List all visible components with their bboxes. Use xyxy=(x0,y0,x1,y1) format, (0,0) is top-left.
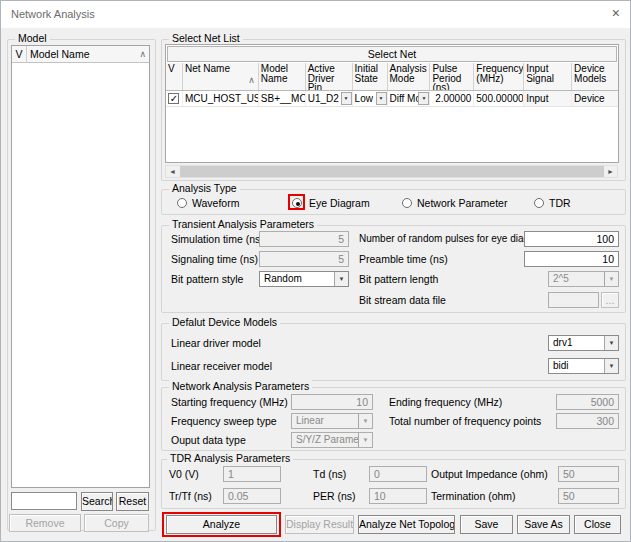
initial-state-cell[interactable]: Low ▼ xyxy=(353,91,388,106)
net-table-row[interactable]: ✓ MCU_HOST_USB+ SB+__MCU U1_D2 ▼ Low ▼ D… xyxy=(166,91,618,107)
device-models-cell[interactable]: Device xyxy=(572,91,618,106)
bit-stream-field xyxy=(548,292,599,308)
select-net-list-label: Select Net List xyxy=(169,32,243,44)
td-field: 0 xyxy=(369,466,427,482)
scrollbar-thumb[interactable] xyxy=(180,166,604,177)
output-impedance-label: Output Impedance (ohm) xyxy=(431,468,548,480)
linear-driver-model-combo[interactable]: drv1 ▼ xyxy=(548,335,619,351)
radio-waveform-label[interactable]: Waveform xyxy=(192,197,239,209)
simulation-time-label: Simulation time (ns) xyxy=(171,233,264,245)
trtf-field: 0.05 xyxy=(223,488,281,504)
network-params-group-label: Network Analysis Parameters xyxy=(169,380,312,392)
radio-eye-diagram[interactable] xyxy=(292,198,302,208)
chevron-down-icon[interactable]: ▼ xyxy=(341,92,352,105)
signaling-time-label: Signaling time (ns) xyxy=(171,253,258,265)
search-button[interactable]: Search xyxy=(81,492,113,511)
chevron-down-icon[interactable]: ▼ xyxy=(604,336,618,350)
frequency-sweep-type-combo: Linear ▼ xyxy=(291,413,373,429)
starting-frequency-label: Starting frequency (MHz) xyxy=(171,396,288,408)
input-signal-cell[interactable]: Input xyxy=(524,91,572,106)
net-name-cell[interactable]: MCU_HOST_USB+ xyxy=(183,91,259,106)
chevron-down-icon[interactable]: ▼ xyxy=(604,359,618,373)
chevron-down-icon[interactable]: ▼ xyxy=(418,92,429,105)
radio-network-parameter-label[interactable]: Network Parameter xyxy=(417,197,507,209)
pulse-period-cell[interactable]: 2.00000 xyxy=(430,91,474,106)
frequency-points-field: 300 xyxy=(556,413,619,429)
net-table[interactable]: Select Net V Net Name ∧ Model Name Activ… xyxy=(165,44,619,163)
select-net-header-button[interactable]: Select Net xyxy=(167,46,617,62)
chevron-down-icon: ▼ xyxy=(358,433,372,447)
browse-button: ... xyxy=(601,292,619,308)
model-search-input[interactable] xyxy=(11,492,77,510)
save-as-button[interactable]: Save As xyxy=(517,515,570,534)
radio-waveform[interactable] xyxy=(177,198,187,208)
model-group-label: Model xyxy=(15,32,50,44)
preamble-time-field[interactable]: 10 xyxy=(524,251,619,267)
analysis-mode-cell[interactable]: Diff Mo ▼ xyxy=(388,91,431,106)
output-impedance-field: 50 xyxy=(558,466,619,482)
copy-button: Copy xyxy=(84,514,149,532)
output-data-type-label: Ouput data type xyxy=(171,434,246,446)
radio-tdr-label[interactable]: TDR xyxy=(549,197,571,209)
col-pulse-period[interactable]: Pulse Period (ns) xyxy=(430,63,474,90)
net-table-header[interactable]: V Net Name ∧ Model Name Active Driver Pi… xyxy=(166,63,618,91)
pulses-field[interactable]: 100 xyxy=(524,231,619,247)
preamble-time-label: Preamble time (ns) xyxy=(359,253,448,265)
col-check[interactable]: V xyxy=(166,63,183,90)
col-model-name[interactable]: Model Name xyxy=(259,63,306,90)
trtf-label: Tr/Tf (ns) xyxy=(169,490,212,502)
sort-ascending-icon[interactable]: ∧ xyxy=(248,76,255,86)
frequency-cell[interactable]: 500.00000 xyxy=(474,91,524,106)
chevron-down-icon[interactable]: ▼ xyxy=(334,272,348,286)
per-field: 10 xyxy=(369,488,427,504)
frequency-points-label: Total number of frequency points xyxy=(389,415,541,427)
radio-tdr[interactable] xyxy=(534,198,544,208)
linear-receiver-model-combo[interactable]: bidi ▼ xyxy=(548,358,619,374)
model-table[interactable]: V Model Name ∧ xyxy=(11,45,150,488)
network-analysis-dialog: Network Analysis × Model V Model Name ∧ … xyxy=(0,0,631,542)
analysis-type-label: Analysis Type xyxy=(169,182,240,194)
chevron-down-icon: ▼ xyxy=(604,272,618,286)
radio-eye-diagram-label[interactable]: Eye Diagram xyxy=(309,197,370,209)
termination-field: 50 xyxy=(558,488,619,504)
col-frequency[interactable]: Frequency (MHz) xyxy=(474,63,524,90)
col-active-driver-pin[interactable]: Active Driver Pin xyxy=(306,63,353,90)
active-driver-pin-cell[interactable]: U1_D2 ▼ xyxy=(306,91,353,106)
col-device-models[interactable]: Device Models xyxy=(572,63,618,90)
chevron-down-icon[interactable]: ▼ xyxy=(376,92,387,105)
net-row-checkbox[interactable]: ✓ xyxy=(168,93,179,104)
bit-pattern-length-combo: 2^5 ▼ xyxy=(548,271,619,287)
scroll-right-icon[interactable]: ► xyxy=(604,166,617,177)
col-input-signal[interactable]: Input Signal xyxy=(524,63,572,90)
model-name-cell[interactable]: SB+__MCU xyxy=(259,91,306,106)
sort-ascending-icon[interactable]: ∧ xyxy=(139,46,146,62)
v0-label: V0 (V) xyxy=(169,468,199,480)
termination-label: Termination (ohm) xyxy=(431,490,516,502)
output-data-type-combo: S/Y/Z Parameter ▼ xyxy=(291,432,373,448)
transient-group-label: Transient Analysis Parameters xyxy=(169,218,317,230)
linear-driver-model-label: Linear driver model xyxy=(171,337,261,349)
chevron-down-icon: ▼ xyxy=(358,414,372,428)
col-net-name[interactable]: Net Name ∧ xyxy=(183,63,259,90)
ending-frequency-field: 5000 xyxy=(556,394,619,410)
frequency-sweep-type-label: Frequency sweep type xyxy=(171,415,277,427)
radio-network-parameter[interactable] xyxy=(402,198,412,208)
model-name-column-header[interactable]: Model Name ∧ xyxy=(27,46,149,62)
model-check-column-header[interactable]: V xyxy=(12,46,27,62)
scroll-left-icon[interactable]: ◄ xyxy=(166,166,179,177)
td-label: Td (ns) xyxy=(313,468,346,480)
col-analysis-mode[interactable]: Analysis Mode xyxy=(388,63,431,90)
bit-pattern-style-label: Bit pattern style xyxy=(171,273,243,285)
model-table-header[interactable]: V Model Name ∧ xyxy=(12,46,149,63)
col-initial-state[interactable]: Initial State xyxy=(353,63,388,90)
horizontal-scrollbar[interactable]: ◄ ► xyxy=(165,165,618,178)
close-button[interactable]: Close xyxy=(574,515,621,534)
analyze-net-topology-button[interactable]: Analyze Net Topology xyxy=(358,515,455,534)
reset-button[interactable]: Reset xyxy=(116,492,149,511)
close-icon[interactable]: × xyxy=(612,6,620,20)
pulses-label: Number of random pulses for eye diagram xyxy=(359,233,546,244)
save-button[interactable]: Save xyxy=(460,515,513,534)
linear-receiver-model-label: Linear receiver model xyxy=(171,360,272,372)
net-row-check-cell: ✓ xyxy=(166,91,183,106)
bit-pattern-style-combo[interactable]: Random ▼ xyxy=(259,271,349,287)
